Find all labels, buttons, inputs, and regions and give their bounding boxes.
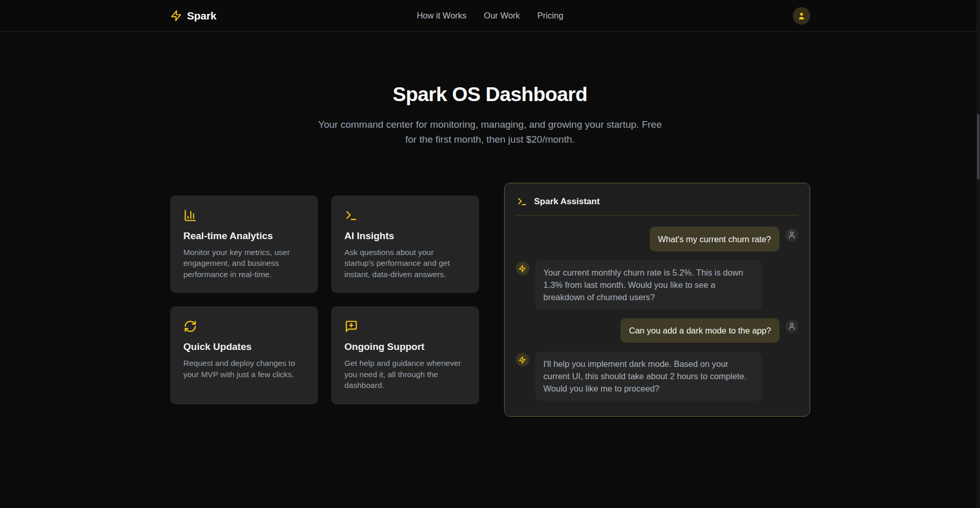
feature-description: Request and deploy changes to your MVP w… (184, 358, 305, 380)
assistant-message-bubble: I'll help you implement dark mode. Based… (535, 351, 762, 401)
feature-title: Ongoing Support (345, 341, 466, 353)
nav-link-how-it-works[interactable]: How it Works (417, 11, 467, 21)
nav-link-pricing[interactable]: Pricing (537, 11, 563, 21)
spark-assistant-panel: Spark Assistant What's my current churn … (504, 183, 810, 417)
assistant-panel-header: Spark Assistant (516, 197, 798, 216)
page-subtitle: Your command center for monitoring, mana… (317, 117, 664, 147)
user-icon (797, 11, 806, 21)
brand-name: Spark (187, 10, 216, 22)
assistant-panel-title: Spark Assistant (534, 197, 600, 207)
bar-chart-icon (184, 209, 197, 222)
feature-title: AI Insights (345, 230, 466, 242)
chat-message-assistant: I'll help you implement dark mode. Based… (516, 351, 798, 401)
lightning-bolt-icon (518, 356, 526, 364)
page-scrollbar[interactable] (976, 0, 980, 508)
feature-description: Ask questions about your startup's perfo… (345, 247, 466, 280)
scrollbar-thumb[interactable] (977, 114, 979, 180)
lightning-bolt-icon (170, 10, 182, 22)
terminal-icon (345, 209, 358, 222)
dashboard-overview-section: Real-time Analytics Monitor your key met… (170, 183, 810, 417)
feature-card-quick-updates: Quick Updates Request and deploy changes… (170, 306, 318, 404)
feature-card-realtime-analytics: Real-time Analytics Monitor your key met… (170, 196, 318, 294)
chat-message-list: What's my current churn rate? Your curre… (516, 227, 798, 401)
spark-bot-avatar (516, 262, 529, 275)
main-nav: How it Works Our Work Pricing (417, 0, 564, 31)
user-icon (788, 322, 796, 330)
spark-bot-avatar (516, 353, 529, 366)
page-title: Spark OS Dashboard (0, 83, 980, 106)
assistant-message-bubble: Your current monthly churn rate is 5.2%.… (535, 260, 762, 309)
feature-card-ai-insights: AI Insights Ask questions about your sta… (331, 196, 479, 294)
chat-message-user: Can you add a dark mode to the app? (516, 318, 798, 343)
feature-title: Real-time Analytics (184, 230, 305, 242)
feature-description: Get help and guidance whenever you need … (345, 358, 466, 391)
chat-message-user: What's my current churn rate? (516, 227, 798, 251)
user-avatar (785, 320, 798, 333)
user-message-bubble: What's my current churn rate? (650, 227, 779, 251)
user-message-bubble: Can you add a dark mode to the app? (621, 318, 779, 343)
terminal-icon (517, 197, 527, 207)
nav-link-our-work[interactable]: Our Work (484, 11, 520, 21)
lightning-bolt-icon (518, 265, 526, 272)
feature-title: Quick Updates (184, 341, 305, 353)
top-navigation-bar: Spark How it Works Our Work Pricing (0, 0, 980, 32)
refresh-icon (184, 320, 197, 333)
feature-cards-grid: Real-time Analytics Monitor your key met… (170, 196, 479, 404)
user-avatar (785, 228, 798, 242)
brand-logo[interactable]: Spark (170, 10, 216, 22)
chat-message-assistant: Your current monthly churn rate is 5.2%.… (516, 260, 798, 309)
message-square-plus-icon (345, 320, 358, 333)
user-icon (788, 231, 796, 239)
feature-description: Monitor your key metrics, user engagemen… (184, 247, 305, 280)
hero-section: Spark OS Dashboard Your command center f… (0, 32, 980, 147)
feature-card-ongoing-support: Ongoing Support Get help and guidance wh… (331, 306, 479, 404)
user-account-button[interactable] (793, 7, 810, 25)
